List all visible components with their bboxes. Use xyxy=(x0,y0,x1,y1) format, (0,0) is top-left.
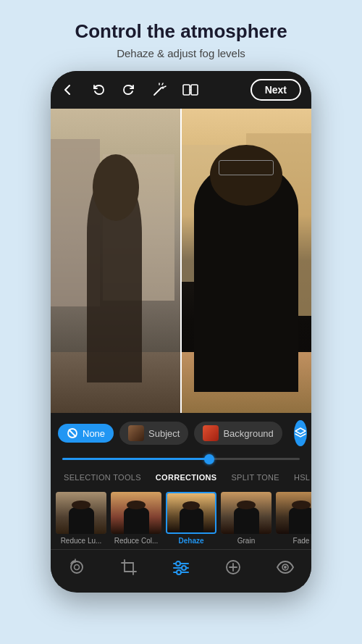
slider-thumb[interactable] xyxy=(204,454,214,464)
tool-reduce-color[interactable]: Reduce Col... xyxy=(110,492,162,545)
svg-line-8 xyxy=(69,430,76,437)
tool-label-reduce-lu: Reduce Lu... xyxy=(61,537,102,545)
tab-corrections[interactable]: CORRECTIONS xyxy=(150,470,223,485)
none-pill[interactable]: None xyxy=(58,424,114,443)
svg-point-16 xyxy=(177,570,181,574)
none-icon xyxy=(67,427,78,439)
tool-fade[interactable]: Fade xyxy=(275,492,311,545)
none-label: None xyxy=(83,428,105,439)
eye-nav-icon[interactable] xyxy=(275,557,295,577)
slider-fill xyxy=(62,458,209,460)
phone-shell: Next xyxy=(51,71,311,593)
tool-label-reduce-col: Reduce Col... xyxy=(114,537,159,545)
undo-icon[interactable] xyxy=(91,83,111,97)
tool-grain[interactable]: Grain xyxy=(220,492,272,545)
background-label: Background xyxy=(223,428,273,439)
camera-rotate-nav-icon[interactable] xyxy=(67,557,87,577)
magic-wand-icon[interactable] xyxy=(152,83,172,97)
redo-icon[interactable] xyxy=(122,83,142,97)
tabs-row: SELECTION TOOLS CORRECTIONS SPLIT TONE H… xyxy=(51,464,311,489)
tool-label-fade: Fade xyxy=(293,537,310,545)
after-image xyxy=(181,109,311,413)
layers-icon-button[interactable] xyxy=(294,420,307,446)
page-title: Control the atmosphere xyxy=(75,20,287,43)
compare-icon[interactable] xyxy=(182,83,203,97)
tool-reduce-luminance[interactable]: Reduce Lu... xyxy=(55,492,107,545)
svg-line-2 xyxy=(162,83,163,85)
svg-rect-5 xyxy=(191,85,198,95)
page-header: Control the atmosphere Dehaze & adjust f… xyxy=(53,0,308,71)
tools-row: Reduce Lu... Reduce Col... Dehaze xyxy=(51,489,311,549)
back-icon[interactable] xyxy=(61,83,81,97)
page-subtitle: Dehaze & adjust fog levels xyxy=(75,47,287,59)
svg-point-10 xyxy=(75,565,80,570)
bottom-nav xyxy=(51,549,311,586)
subject-label: Subject xyxy=(148,428,180,439)
tab-split-tone[interactable]: SPLIT TONE xyxy=(225,470,285,485)
subject-pill[interactable]: Subject xyxy=(119,422,188,445)
before-image xyxy=(51,109,181,413)
before-after-image xyxy=(51,109,311,413)
svg-point-14 xyxy=(176,561,180,566)
top-bar: Next xyxy=(51,71,311,109)
svg-point-15 xyxy=(182,566,186,570)
tool-label-dehaze: Dehaze xyxy=(178,537,203,545)
svg-rect-4 xyxy=(183,85,190,95)
slider-track[interactable] xyxy=(62,458,300,460)
selection-bar: None Subject Background xyxy=(51,413,311,453)
next-button[interactable]: Next xyxy=(251,79,301,101)
compare-divider xyxy=(180,109,182,413)
svg-point-21 xyxy=(284,566,287,569)
svg-point-9 xyxy=(71,561,83,573)
svg-line-3 xyxy=(164,86,166,87)
svg-line-0 xyxy=(154,88,161,95)
adjustments-nav-icon[interactable] xyxy=(171,557,191,577)
background-pill[interactable]: Background xyxy=(194,422,282,445)
healing-nav-icon[interactable] xyxy=(223,557,243,577)
crop-nav-icon[interactable] xyxy=(119,557,139,577)
tab-selection-tools[interactable]: SELECTION TOOLS xyxy=(58,470,147,485)
tab-hsl[interactable]: HSL xyxy=(288,470,311,485)
dehaze-slider-row xyxy=(51,453,311,464)
background-thumbnail xyxy=(203,425,219,441)
subject-thumbnail xyxy=(128,425,144,441)
tool-dehaze[interactable]: Dehaze xyxy=(165,492,217,545)
tool-label-grain: Grain xyxy=(237,537,255,545)
